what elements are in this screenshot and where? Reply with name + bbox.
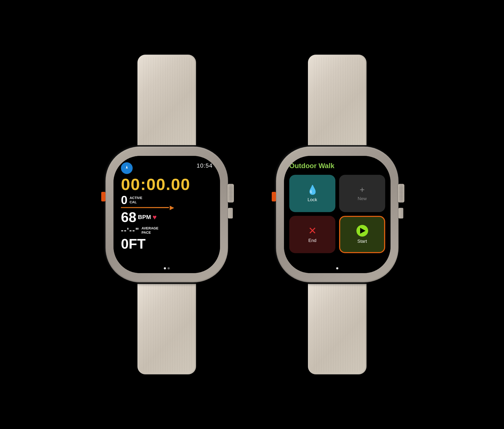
play-icon (356, 225, 368, 237)
page-dots-1 (113, 267, 220, 269)
x-icon: ✕ (308, 226, 317, 236)
calories-label: ACTIVE CAL (129, 196, 142, 204)
watch-2: Outdoor Walk 💧 Lock + New (263, 41, 412, 388)
new-label: New (357, 196, 367, 201)
bpm-value: 68 (121, 210, 136, 224)
page-dots-2 (284, 267, 391, 269)
arrow-row (121, 207, 213, 208)
watch-1: 10:54 00:00.00 0 ACTIVE CAL 68 (92, 41, 241, 388)
outdoor-title: Outdoor Walk (289, 162, 385, 170)
bpm-row: 68 BPM ♥ (121, 210, 213, 224)
lock-button[interactable]: 💧 Lock (289, 175, 335, 212)
pace-row: --'--" AVERAGE PACE (121, 226, 213, 235)
band-bottom-1 (137, 284, 196, 374)
calories-value: 0 (121, 194, 127, 206)
workout-time: 10:54 (197, 162, 213, 169)
heart-icon: ♥ (153, 213, 157, 221)
calories-row: 0 ACTIVE CAL (121, 194, 213, 206)
band-top-1 (137, 55, 196, 145)
action-button-2 (272, 192, 276, 201)
buttons-grid: 💧 Lock + New ✕ End (289, 175, 385, 253)
arrow-indicator (121, 207, 169, 208)
dot-1-active (164, 267, 166, 269)
crown-2 (398, 184, 404, 203)
band-bottom-2 (308, 284, 367, 374)
start-button[interactable]: Start (339, 216, 385, 253)
distance-value: 0FT (121, 237, 213, 251)
lock-label: Lock (308, 197, 317, 203)
dot-1-inactive (168, 267, 170, 269)
watch-body-2: Outdoor Walk 💧 Lock + New (273, 145, 401, 284)
end-button[interactable]: ✕ End (289, 216, 335, 253)
side-button-2 (399, 208, 403, 218)
pace-label: AVERAGE PACE (141, 226, 158, 234)
pace-value: --'--" (121, 226, 139, 235)
plus-icon: + (360, 185, 365, 194)
crown-1 (227, 184, 234, 203)
nav-icon (121, 162, 133, 174)
band-top-2 (308, 55, 367, 145)
watch-case-1: 10:54 00:00.00 0 ACTIVE CAL 68 (105, 147, 228, 282)
new-button[interactable]: + New (339, 175, 385, 212)
water-drop-icon: 💧 (307, 184, 318, 195)
watch-screen-2: Outdoor Walk 💧 Lock + New (284, 156, 391, 273)
watch-body-1: 10:54 00:00.00 0 ACTIVE CAL 68 (103, 145, 231, 284)
action-button-1 (101, 192, 105, 201)
watch-screen-1: 10:54 00:00.00 0 ACTIVE CAL 68 (113, 156, 220, 273)
end-label: End (308, 238, 316, 243)
workout-screen: 10:54 00:00.00 0 ACTIVE CAL 68 (113, 156, 220, 273)
workout-header: 10:54 (121, 162, 213, 174)
start-label: Start (357, 239, 367, 244)
timer-display: 00:00.00 (121, 176, 213, 193)
outdoor-screen: Outdoor Walk 💧 Lock + New (284, 156, 391, 273)
dot-2-active (336, 267, 338, 269)
side-button-1 (228, 208, 233, 218)
watch-case-2: Outdoor Walk 💧 Lock + New (276, 147, 399, 282)
bpm-label: BPM (138, 214, 151, 221)
play-triangle (360, 228, 365, 234)
